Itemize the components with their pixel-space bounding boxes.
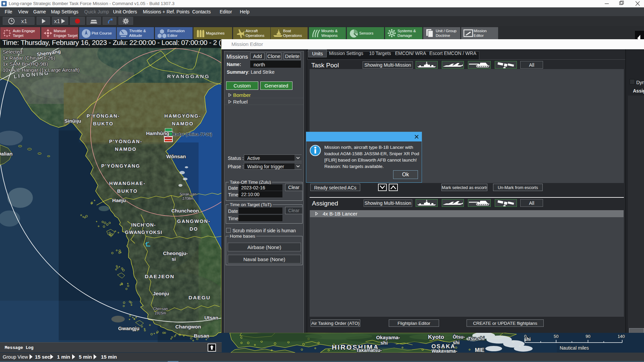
svg-text:Nautical miles: Nautical miles [559,345,589,351]
svg-text:x1: x1 [21,18,27,24]
svg-text:Okayama-: Okayama- [376,335,400,340]
svg-text:50: 50 [554,334,558,339]
svg-text:x1: x1 [54,18,60,24]
svg-text:Ōtsu-: Ōtsu- [453,334,465,340]
svg-text:0: 0 [524,334,526,339]
svg-text:90: 90 [586,334,590,339]
svg-text:shi: shi [380,340,388,346]
svg-text:140: 140 [618,334,625,339]
svg-text:Wakayama-: Wakayama- [432,348,458,353]
svg-text:Kyoto: Kyoto [428,334,444,340]
svg-text:shi: shi [453,340,460,345]
svg-text:Takamatsu-: Takamatsu- [356,348,382,353]
svg-text:Tsu-shi: Tsu-shi [468,336,485,341]
svg-text:MIE: MIE [475,347,485,353]
